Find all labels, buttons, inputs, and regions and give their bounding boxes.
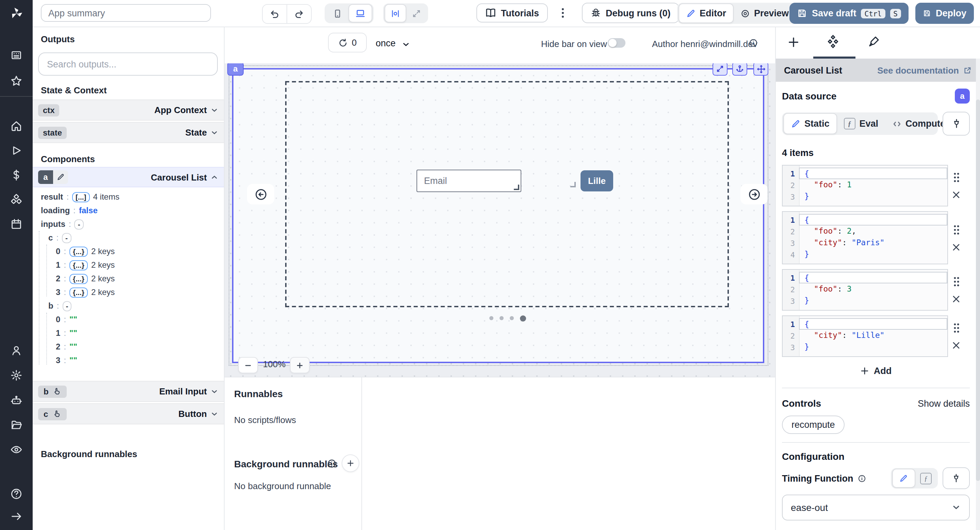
recompute-button[interactable]: recompute — [782, 415, 845, 434]
app-canvas[interactable]: Email Lille a — [224, 63, 775, 377]
center-align-button[interactable] — [385, 4, 406, 22]
delete-item-button[interactable] — [952, 295, 960, 303]
json-editor[interactable]: 123{ "foo": 1} — [782, 165, 948, 206]
carousel-component-selected[interactable]: Email Lille — [232, 68, 764, 363]
preview-tab[interactable]: Preview — [733, 8, 795, 18]
schedules-icon[interactable] — [10, 218, 22, 230]
drag-handle[interactable] — [953, 225, 960, 235]
output-tree-row[interactable]: b:- — [33, 299, 224, 313]
favorites-icon[interactable] — [10, 75, 22, 87]
carousel-dots[interactable] — [489, 315, 526, 322]
resources-icon[interactable] — [10, 193, 22, 206]
output-tree-row[interactable]: 0:"" — [33, 313, 224, 326]
connect-input-button[interactable] — [943, 467, 970, 489]
mode-eval[interactable]: ƒ Eval — [837, 114, 885, 134]
delete-item-button[interactable] — [952, 341, 960, 350]
hide-bar-toggle[interactable] — [608, 38, 625, 48]
component-row-a[interactable]: a Carousel List — [33, 167, 224, 187]
output-tree-row[interactable]: loading:false — [33, 204, 224, 217]
carousel-dot-active[interactable] — [520, 315, 526, 321]
component-row-c[interactable]: c Button — [33, 403, 224, 425]
delete-item-button[interactable] — [952, 191, 960, 199]
redo-button[interactable] — [287, 5, 311, 23]
variables-icon[interactable] — [10, 169, 22, 181]
chevron-down-icon[interactable] — [401, 40, 410, 49]
folders-icon[interactable] — [10, 419, 22, 431]
scrollbar-thumb[interactable] — [976, 99, 980, 481]
timing-static-mode[interactable] — [892, 469, 915, 488]
see-documentation-link[interactable]: See documentation — [877, 65, 972, 75]
workers-icon[interactable] — [10, 394, 22, 407]
editor-code[interactable]: { "foo": 3} — [800, 270, 947, 310]
panel-scrollbar[interactable] — [976, 59, 980, 530]
styling-tab[interactable] — [868, 35, 880, 48]
output-tree-row[interactable]: 3:{...}2 keys — [33, 286, 224, 299]
timing-function-select[interactable]: ease-out — [782, 495, 970, 520]
more-menu-button[interactable] — [557, 5, 569, 21]
insert-component-tab[interactable] — [788, 36, 800, 48]
output-tree-row[interactable]: inputs:- — [33, 217, 224, 231]
show-details-link[interactable]: Show details — [918, 398, 970, 409]
refresh-button[interactable]: 0 — [328, 33, 367, 53]
email-input-component[interactable]: Email — [417, 170, 521, 192]
zoom-in-button[interactable] — [290, 357, 310, 373]
editor-code[interactable]: { "city": "Lille"} — [800, 316, 947, 356]
mode-compute[interactable]: Compute — [885, 114, 952, 134]
component-row-b[interactable]: b Email Input — [33, 381, 224, 402]
output-tree-row[interactable]: 2:"" — [33, 340, 224, 354]
delete-item-button[interactable] — [952, 243, 960, 251]
mobile-view-button[interactable] — [326, 5, 348, 22]
editor-tab[interactable]: Editor — [679, 3, 733, 23]
output-tree-row[interactable]: c:- — [33, 231, 224, 244]
add-background-runnable-button[interactable] — [342, 454, 360, 472]
edit-id-button[interactable] — [53, 170, 68, 184]
resize-handle[interactable] — [570, 182, 576, 187]
help-icon[interactable] — [10, 488, 22, 500]
workspace-icon[interactable] — [10, 49, 22, 61]
button-component[interactable]: Lille — [581, 170, 613, 192]
deploy-button[interactable]: Deploy — [915, 3, 974, 24]
output-tree-row[interactable]: 2:{...}2 keys — [33, 272, 224, 286]
zoom-out-button[interactable] — [238, 357, 258, 373]
move-component-button[interactable] — [753, 62, 768, 76]
interval-select[interactable]: once — [375, 38, 396, 48]
drag-handle[interactable] — [953, 276, 960, 287]
desktop-view-button[interactable] — [348, 4, 372, 22]
undo-button[interactable] — [263, 5, 286, 23]
json-editor[interactable]: 123{ "city": "Lille"} — [782, 315, 948, 357]
output-tree-row[interactable]: 3:"" — [33, 354, 224, 367]
audit-logs-icon[interactable] — [10, 444, 22, 456]
connect-input-button[interactable] — [943, 112, 970, 136]
carousel-next-button[interactable] — [740, 184, 768, 204]
context-row-ctx[interactable]: ctx App Context — [33, 99, 224, 121]
add-item-button[interactable]: Add — [782, 362, 970, 380]
json-editor[interactable]: 123{ "foo": 3} — [782, 269, 948, 311]
editor-code[interactable]: { "foo": 2, "city": "Paris"} — [800, 212, 947, 263]
search-outputs-input[interactable] — [38, 53, 218, 76]
output-tree-row[interactable]: 0:{...}2 keys — [33, 244, 224, 258]
debug-runs-button[interactable]: Debug runs (0) — [582, 3, 679, 23]
settings-icon[interactable] — [10, 369, 22, 382]
expand-component-button[interactable] — [713, 62, 727, 76]
users-icon[interactable] — [10, 345, 22, 357]
context-row-state[interactable]: state State — [33, 122, 224, 143]
carousel-dot[interactable] — [510, 316, 514, 320]
drag-handle[interactable] — [953, 323, 960, 333]
info-icon[interactable] — [749, 38, 758, 48]
resize-handle[interactable] — [514, 185, 519, 190]
windmill-logo-icon[interactable] — [8, 5, 24, 22]
output-tree-row[interactable]: 1:"" — [33, 326, 224, 340]
carousel-inner-container[interactable]: Email Lille — [285, 81, 729, 307]
selection-id-badge[interactable]: a — [227, 62, 243, 76]
save-draft-button[interactable]: Save draft Ctrl S — [789, 3, 908, 24]
fullscreen-layout-button[interactable] — [406, 5, 427, 22]
carousel-dot[interactable] — [489, 316, 493, 320]
component-settings-tab[interactable] — [826, 35, 840, 48]
home-icon[interactable] — [10, 120, 22, 132]
carousel-prev-button[interactable] — [247, 184, 274, 204]
json-editor[interactable]: 1234{ "foo": 2, "city": "Paris"} — [782, 211, 948, 264]
carousel-dot[interactable] — [500, 316, 504, 320]
mode-static[interactable]: Static — [783, 113, 837, 134]
timing-eval-mode[interactable]: ƒ — [915, 473, 937, 484]
output-tree-row[interactable]: result:[...]4 items — [33, 190, 224, 204]
